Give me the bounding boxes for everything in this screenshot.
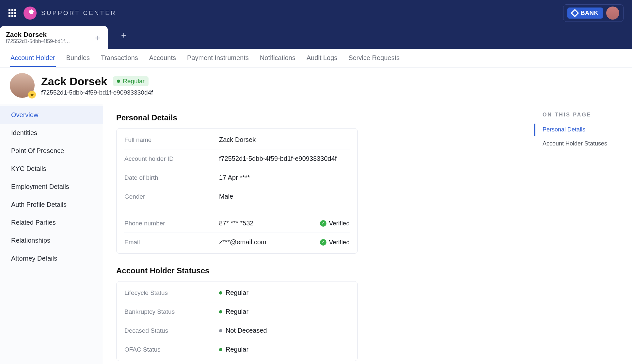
detail-label: Full name [124,136,219,144]
toc-item-personal-details[interactable]: Personal Details [534,124,625,136]
detail-value: z***@email.com [219,238,320,246]
document-tab-subtitle: f72552d1-5dbb-4f59-bd1f… [6,38,70,44]
profile-name: Zack Dorsek [41,75,107,88]
sidebar-item-auth-profile-details[interactable]: Auth Profile Details [0,196,103,214]
top-bar: SUPPORT CENTER BANK [0,0,632,26]
check-circle-icon: ✓ [320,239,326,246]
profile-status-label: Regular [123,78,145,85]
detail-value: Zack Dorsek [219,136,350,144]
sidebar-item-identities[interactable]: Identities [0,124,103,142]
detail-row: Account holder IDf72552d1-5dbb-4f59-bd1f… [124,149,350,168]
status-row: Lifecycle StatusRegular [124,283,350,302]
status-row: OFAC StatusRegular [124,340,350,359]
status-label: Decased Status [124,327,219,334]
detail-value: 17 Apr **** [219,174,350,181]
status-label: Bankruptcy Status [124,308,219,315]
detail-row: Full nameZack Dorsek [124,130,350,149]
nav-item-transactions[interactable]: Transactions [100,50,139,67]
check-circle-icon: ✓ [320,220,326,227]
sidebar-item-point-of-presence[interactable]: Point Of Presence [0,142,103,160]
section-title-statuses: Account Holder Statuses [116,266,521,275]
document-tab[interactable]: Zack Dorsek f72552d1-5dbb-4f59-bd1f… ＋ [0,26,108,49]
nav-item-accounts[interactable]: Accounts [149,50,177,67]
profile-id: f72552d1-5dbb-4f59-bd1f-e90933330d4f [41,89,153,96]
status-value: Not Deceased [219,327,350,334]
nav-item-payment-instruments[interactable]: Payment Instruments [186,50,249,67]
status-dot-icon [219,348,222,351]
nav-item-audit-logs[interactable]: Audit Logs [306,50,338,67]
status-dot-icon [219,291,222,295]
profile-status-chip: Regular [113,76,149,86]
apps-grid-icon[interactable] [8,9,16,17]
status-value: Regular [219,346,350,353]
detail-row: Date of birth17 Apr **** [124,168,350,187]
status-row: Decased StatusNot Deceased [124,321,350,340]
sidebar-item-attorney-details[interactable]: Attorney Details [0,250,103,267]
brand-text: SUPPORT CENTER [41,9,117,17]
new-tab-inline-icon[interactable]: ＋ [93,32,102,43]
sidebar-item-overview[interactable]: Overview [0,106,103,124]
profile-avatar: ★ [10,73,35,98]
nav-item-notifications[interactable]: Notifications [259,50,296,67]
sidebar-item-related-parties[interactable]: Related Parties [0,214,103,232]
status-value: Regular [219,308,350,315]
toc-item-account-holder-statuses[interactable]: Account Holder Statuses [534,138,625,150]
new-tab-icon[interactable]: ＋ [119,29,128,41]
verified-badge: ✓Verified [320,239,350,246]
sidebar-item-employment-details[interactable]: Employment Details [0,178,103,196]
org-switcher[interactable]: BANK [563,4,624,22]
detail-value: Male [219,193,350,200]
table-of-contents: ON THIS PAGE Personal DetailsAccount Hol… [534,104,632,364]
detail-value: f72552d1-5dbb-4f59-bd1f-e90933330d4f [219,155,350,162]
document-tabstrip: Zack Dorsek f72552d1-5dbb-4f59-bd1f… ＋ ＋ [0,26,632,49]
nav-item-bundles[interactable]: Bundles [66,50,90,67]
nav-item-account-holder[interactable]: Account Holder [10,50,56,67]
section-title-personal: Personal Details [116,113,521,122]
detail-label: Phone number [124,220,219,227]
detail-label: Date of birth [124,174,219,181]
personal-details-card: Full nameZack DorsekAccount holder IDf72… [116,128,358,254]
status-dot-icon [117,80,120,83]
sidebar: OverviewIdentitiesPoint Of PresenceKYC D… [0,104,103,364]
status-value: Regular [219,289,350,296]
sidebar-item-relationships[interactable]: Relationships [0,232,103,250]
detail-row: GenderMale [124,187,350,206]
detail-label: Gender [124,193,219,200]
status-row: Bankruptcy StatusRegular [124,302,350,321]
nav-item-service-requests[interactable]: Service Requests [348,50,400,67]
section-nav: Account HolderBundlesTransactionsAccount… [0,49,632,68]
statuses-card: Lifecycle StatusRegularBankruptcy Status… [116,281,358,361]
document-tab-title: Zack Dorsek [6,31,70,38]
status-label: Lifecycle Status [124,289,219,296]
detail-label: Email [124,239,219,246]
status-dot-icon [219,310,222,313]
brand: SUPPORT CENTER [24,7,117,20]
verified-badge: ✓Verified [320,220,350,227]
toc-title: ON THIS PAGE [534,112,625,118]
contact-row: Emailz***@email.com✓Verified [124,233,350,251]
contact-row: Phone number87* *** *532✓Verified [124,214,350,233]
bank-label: BANK [580,9,598,17]
user-avatar[interactable] [606,7,619,20]
diamond-icon [571,9,579,17]
profile-header: ★ Zack Dorsek Regular f72552d1-5dbb-4f59… [0,68,632,104]
status-dot-icon [219,329,222,332]
sidebar-item-kyc-details[interactable]: KYC Details [0,160,103,178]
detail-value: 87* *** *532 [219,220,320,227]
status-label: OFAC Status [124,346,219,353]
star-badge-icon: ★ [28,91,36,99]
brand-logo-icon [24,7,37,20]
detail-label: Account holder ID [124,155,219,162]
